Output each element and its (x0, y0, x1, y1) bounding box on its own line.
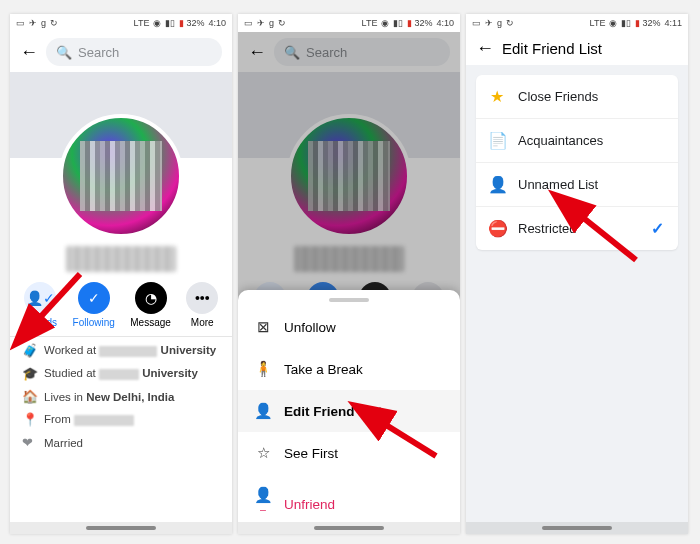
about-married[interactable]: ❤ Married (22, 435, 220, 450)
friend-lists: ★ Close Friends 📄 Acquaintances 👤 Unname… (476, 75, 678, 250)
about-from[interactable]: 📍 From (22, 412, 220, 427)
message-button[interactable]: ◔ Message (130, 282, 171, 328)
wifi-icon: ◉ (381, 19, 389, 28)
sheet-see-first[interactable]: ☆ See First (238, 432, 460, 474)
take-break-label: Take a Break (284, 362, 363, 377)
sheet-unfollow[interactable]: ⊠ Unfollow (238, 306, 460, 348)
restricted-icon: ⛔ (488, 219, 506, 238)
sheet-edit-friend-list[interactable]: 👤 Edit Friend List (238, 390, 460, 432)
sheet-take-break[interactable]: 🧍 Take a Break (238, 348, 460, 390)
friends-button[interactable]: 👤✓ Friends (24, 282, 57, 328)
unfriend-icon: 👤⁻ (254, 486, 272, 522)
header-row: ← 🔍 Search (10, 32, 232, 72)
acquaintances-label: Acquaintances (518, 133, 603, 148)
sheet-handle[interactable] (329, 298, 369, 302)
pin-icon: 📍 (22, 412, 36, 427)
list-unnamed[interactable]: 👤 Unnamed List (476, 163, 678, 207)
heart-icon: ❤ (22, 435, 36, 450)
unfollow-icon: ⊠ (254, 318, 272, 336)
profile-avatar[interactable] (59, 114, 183, 238)
clock: 4:10 (436, 18, 454, 28)
list-acquaintances[interactable]: 📄 Acquaintances (476, 119, 678, 163)
battery-indicator: ▮ 32% (407, 18, 432, 28)
battery-icon: ▮ (635, 19, 640, 28)
avatar-blur (80, 141, 161, 211)
take-break-icon: 🧍 (254, 360, 272, 378)
from-label: From (44, 413, 71, 425)
message-icon: ◔ (145, 290, 157, 306)
card-icon: ▭ (244, 19, 253, 28)
search-placeholder: Search (78, 45, 119, 60)
reload-icon: ↻ (50, 19, 58, 28)
about-section: 🧳 Worked at University 🎓 Studied at Univ… (10, 339, 232, 450)
see-first-label: See First (284, 446, 338, 461)
battery-indicator: ▮ 32% (179, 18, 204, 28)
g-icon: g (41, 19, 46, 28)
person-icon: 👤 (488, 175, 506, 194)
back-arrow-icon[interactable]: ← (476, 38, 494, 59)
study-blur (99, 369, 139, 380)
unfriend-label: Unfriend (284, 497, 335, 512)
list-restricted[interactable]: ⛔ Restricted ✓ (476, 207, 678, 250)
lte-label: LTE (590, 19, 606, 28)
search-icon: 🔍 (56, 45, 72, 60)
work-blur (99, 346, 157, 357)
lte-label: LTE (362, 19, 378, 28)
phone-panel-1: ▭ ✈ g ↻ LTE ◉ ▮▯ ▮ 32% 4:10 ← 🔍 Search (10, 14, 232, 534)
lives-city: New Delhi, India (86, 391, 174, 403)
phone-panel-2: ▭ ✈ g ↻ LTE ◉ ▮▯ ▮ 32% 4:10 ← 🔍 Search (238, 14, 460, 534)
page-title: Edit Friend List (502, 40, 602, 57)
card-icon: ▭ (472, 19, 481, 28)
about-study[interactable]: 🎓 Studied at University (22, 366, 220, 381)
send-icon: ✈ (257, 19, 265, 28)
battery-indicator: ▮ 32% (635, 18, 660, 28)
nav-pill[interactable] (314, 526, 384, 530)
more-button[interactable]: ••• More (186, 282, 218, 328)
search-input[interactable]: 🔍 Search (46, 38, 222, 66)
worked-at-label: Worked at (44, 344, 96, 356)
unnamed-label: Unnamed List (518, 177, 598, 192)
battery-pct: 32% (186, 18, 204, 28)
profile-actions: 👤✓ Friends ✓ Following ◔ Message ••• Mor… (10, 272, 232, 334)
star-icon: ★ (488, 87, 506, 106)
unfollow-label: Unfollow (284, 320, 336, 335)
from-blur (74, 415, 134, 426)
phone-panel-3: ▭ ✈ g ↻ LTE ◉ ▮▯ ▮ 32% 4:11 ← Edit Frien… (466, 14, 688, 534)
list-icon: 📄 (488, 131, 506, 150)
cover-photo[interactable] (10, 72, 232, 158)
close-friends-label: Close Friends (518, 89, 598, 104)
about-work[interactable]: 🧳 Worked at University (22, 343, 220, 358)
following-icon: ✓ (88, 290, 100, 306)
status-bar: ▭ ✈ g ↻ LTE ◉ ▮▯ ▮ 32% 4:10 (238, 14, 460, 32)
profile-name-area (10, 246, 232, 272)
header-row: ← Edit Friend List (466, 32, 688, 65)
clock: 4:10 (208, 18, 226, 28)
following-button[interactable]: ✓ Following (73, 282, 115, 328)
lives-in-label: Lives in (44, 391, 83, 403)
list-close-friends[interactable]: ★ Close Friends (476, 75, 678, 119)
nav-pill[interactable] (86, 526, 156, 530)
send-icon: ✈ (485, 19, 493, 28)
message-label: Message (130, 317, 171, 328)
wifi-icon: ◉ (153, 19, 161, 28)
send-icon: ✈ (29, 19, 37, 28)
signal-icon: ▮▯ (393, 19, 403, 28)
about-lives[interactable]: 🏠 Lives in New Delhi, India (22, 389, 220, 404)
lte-label: LTE (134, 19, 150, 28)
see-first-icon: ☆ (254, 444, 272, 462)
briefcase-icon: 🧳 (22, 343, 36, 358)
status-bar: ▭ ✈ g ↻ LTE ◉ ▮▯ ▮ 32% 4:10 (10, 14, 232, 32)
back-arrow-icon[interactable]: ← (20, 42, 38, 63)
g-icon: g (269, 19, 274, 28)
g-icon: g (497, 19, 502, 28)
friends-options-sheet: ⊠ Unfollow 🧍 Take a Break 👤 Edit Friend … (238, 290, 460, 534)
friends-icon: 👤✓ (26, 290, 55, 306)
battery-pct: 32% (642, 18, 660, 28)
nav-pill[interactable] (542, 526, 612, 530)
check-icon: ✓ (651, 219, 664, 238)
restricted-label: Restricted (518, 221, 577, 236)
studied-at-label: Studied at (44, 367, 96, 379)
signal-icon: ▮▯ (165, 19, 175, 28)
battery-icon: ▮ (179, 19, 184, 28)
graduation-icon: 🎓 (22, 366, 36, 381)
